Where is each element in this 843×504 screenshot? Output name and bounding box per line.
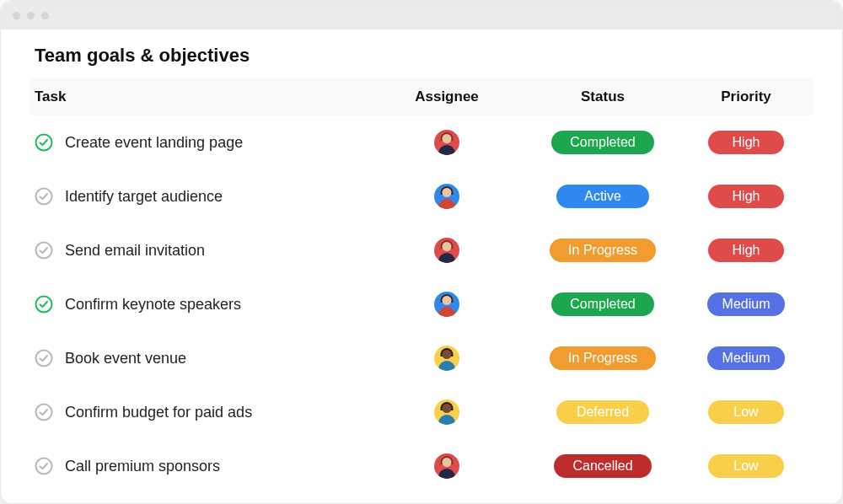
task-name: Confirm budget for paid ads bbox=[65, 404, 252, 421]
assignee-avatar[interactable] bbox=[434, 399, 459, 425]
status-badge[interactable]: In Progress bbox=[550, 346, 656, 370]
assignee-avatar[interactable] bbox=[434, 292, 459, 317]
traffic-minimize-icon[interactable] bbox=[27, 12, 35, 19]
check-todo-icon[interactable] bbox=[35, 403, 53, 421]
content-area: Team goals & objectives Task Assignee St… bbox=[1, 29, 842, 493]
check-todo-icon[interactable] bbox=[35, 349, 53, 367]
table-row[interactable]: Create event landing page Completed High bbox=[30, 115, 813, 169]
assignee-avatar[interactable] bbox=[434, 453, 459, 479]
check-done-icon[interactable] bbox=[35, 133, 53, 152]
priority-badge[interactable]: Low bbox=[708, 454, 784, 478]
assignee-avatar[interactable] bbox=[434, 238, 459, 263]
table-row[interactable]: Confirm keynote speakers Completed Mediu… bbox=[30, 277, 813, 331]
check-todo-icon[interactable] bbox=[35, 241, 53, 260]
header-assignee: Assignee bbox=[375, 88, 518, 105]
check-done-icon[interactable] bbox=[35, 295, 53, 314]
task-name: Confirm keynote speakers bbox=[65, 296, 241, 314]
task-name: Send email invitation bbox=[65, 242, 205, 260]
status-badge[interactable]: Deferred bbox=[556, 400, 649, 424]
table-row[interactable]: Send email invitation In Progress High bbox=[30, 223, 813, 277]
table-header: Task Assignee Status Priority bbox=[30, 78, 813, 115]
table-row[interactable]: Confirm budget for paid ads Deferred Low bbox=[30, 385, 813, 439]
status-badge[interactable]: Active bbox=[556, 185, 649, 208]
traffic-maximize-icon[interactable] bbox=[41, 12, 49, 19]
status-badge[interactable]: Completed bbox=[551, 131, 653, 154]
window-titlebar bbox=[1, 1, 842, 29]
priority-badge[interactable]: High bbox=[708, 131, 784, 154]
task-name: Create event landing page bbox=[65, 134, 243, 152]
status-badge[interactable]: In Progress bbox=[550, 239, 656, 262]
task-name: Identify target audience bbox=[65, 188, 223, 206]
task-name: Book event venue bbox=[65, 350, 186, 367]
traffic-close-icon[interactable] bbox=[13, 12, 20, 19]
status-badge[interactable]: Cancelled bbox=[554, 454, 651, 478]
assignee-avatar[interactable] bbox=[434, 130, 459, 155]
assignee-avatar[interactable] bbox=[434, 184, 459, 209]
page-title: Team goals & objectives bbox=[30, 45, 813, 67]
priority-badge[interactable]: High bbox=[708, 185, 784, 208]
assignee-avatar[interactable] bbox=[434, 346, 459, 371]
table-body: Create event landing page Completed High… bbox=[30, 115, 813, 493]
check-todo-icon[interactable] bbox=[35, 457, 53, 475]
header-status: Status bbox=[518, 88, 687, 105]
header-priority: Priority bbox=[687, 88, 805, 105]
header-task: Task bbox=[35, 88, 375, 105]
table-row[interactable]: Identify target audience Active High bbox=[30, 169, 813, 223]
table-row[interactable]: Call premium sponsors Cancelled Low bbox=[30, 439, 813, 493]
table-row[interactable]: Book event venue In Progress Medium bbox=[30, 331, 813, 385]
priority-badge[interactable]: Low bbox=[708, 400, 784, 424]
priority-badge[interactable]: High bbox=[708, 239, 784, 262]
status-badge[interactable]: Completed bbox=[551, 292, 653, 316]
priority-badge[interactable]: Medium bbox=[707, 346, 786, 370]
check-todo-icon[interactable] bbox=[35, 187, 53, 206]
task-name: Call premium sponsors bbox=[65, 458, 220, 475]
priority-badge[interactable]: Medium bbox=[707, 292, 786, 316]
app-window: Team goals & objectives Task Assignee St… bbox=[0, 0, 843, 504]
